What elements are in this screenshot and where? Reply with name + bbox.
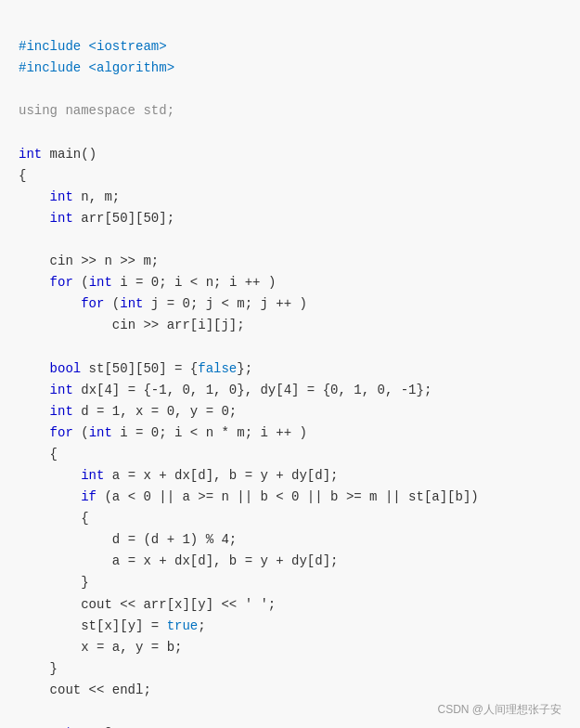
line-17-rest: dx[4] = {-1, 0, 1, 0}, dy[4] = {0, 1, 0,… — [73, 383, 432, 397]
line-22-indent — [19, 489, 81, 504]
line-13-rest: j = 0; j < m; j ++ ) — [143, 296, 306, 311]
line-12-indent — [19, 275, 50, 290]
line-21-indent — [19, 468, 81, 483]
line-22-rest: (a < 0 || a >= n || b < 0 || b >= m || s… — [97, 489, 479, 504]
line-28-semi: ; — [198, 618, 205, 633]
line-25: a = x + dx[d], b = y + dy[d]; — [112, 553, 339, 568]
line-13-int: int — [120, 296, 143, 311]
line-12-int: int — [89, 275, 112, 290]
line-12-lp: ( — [73, 275, 89, 290]
line-16-indent — [19, 361, 50, 376]
line-19-lp: ( — [73, 425, 89, 440]
line-11-indent — [19, 254, 50, 268]
line-24-indent — [19, 532, 112, 547]
line-13-for: for — [81, 296, 104, 311]
line-25-indent — [19, 553, 112, 568]
line-20: { — [50, 447, 58, 462]
line-19-rest: i = 0; i < n * m; i ++ ) — [112, 425, 307, 440]
line-26: } — [81, 575, 88, 590]
line-18-int: int — [50, 404, 73, 419]
footer-attribution: CSDN @人间理想张子安 — [437, 701, 561, 719]
line-13-lp: ( — [104, 296, 120, 311]
line-9-indent — [19, 211, 50, 226]
line-29-indent — [19, 640, 81, 655]
line-26-indent — [19, 575, 81, 590]
line-7: { — [19, 168, 26, 183]
line-28-pre: st[x][y] = — [81, 618, 166, 633]
code-display: #include <iostream> #include <algorithm>… — [19, 15, 561, 728]
line-2: #include <algorithm> — [19, 60, 174, 75]
line-16-bool: bool — [50, 361, 82, 376]
line-18-indent — [19, 404, 50, 419]
line-29: x = a, y = b; — [81, 640, 182, 655]
line-8-indent — [19, 189, 50, 204]
line-14: cin >> arr[i][j]; — [112, 318, 245, 332]
line-16-false: false — [198, 361, 237, 376]
line-13-indent — [19, 296, 81, 311]
line-14-indent — [19, 318, 112, 332]
line-22-if: if — [81, 489, 97, 504]
line-4: using namespace std; — [19, 103, 174, 118]
line-31: cout << endl; — [50, 682, 151, 697]
line-16-end: }; — [237, 361, 252, 376]
line-27: cout << arr[x][y] << ' '; — [81, 597, 276, 612]
line-30-indent — [19, 661, 50, 676]
line-23-indent — [19, 511, 81, 526]
line-21-rest: a = x + dx[d], b = y + dy[d]; — [104, 468, 338, 483]
line-8-rest: n, m; — [73, 189, 120, 204]
line-19-for: for — [50, 425, 73, 440]
line-12-rest: i = 0; i < n; i ++ ) — [112, 275, 276, 290]
line-9-kw: int — [50, 211, 73, 226]
line-8-kw: int — [50, 189, 73, 204]
line-1: #include <iostream> — [19, 39, 167, 54]
line-17-int1: int — [50, 383, 73, 397]
line-30: } — [50, 661, 58, 676]
line-19-int: int — [89, 425, 112, 440]
line-11: cin >> n >> m; — [50, 254, 160, 268]
line-28-true: true — [167, 618, 199, 633]
line-12-for: for — [50, 275, 73, 290]
line-16-mid: st[50][50] = { — [81, 361, 198, 376]
line-24: d = (d + 1) % 4; — [112, 532, 237, 547]
line-6-kw: int — [19, 147, 42, 162]
line-17-indent — [19, 383, 50, 397]
line-19-indent — [19, 425, 50, 440]
line-27-indent — [19, 597, 81, 612]
line-28-indent — [19, 618, 81, 633]
line-18-rest: d = 1, x = 0, y = 0; — [73, 404, 237, 419]
line-20-indent — [19, 447, 50, 462]
line-21-int: int — [81, 468, 104, 483]
line-6-rest: main() — [42, 147, 97, 162]
line-23: { — [81, 511, 88, 526]
line-9-rest: arr[50][50]; — [73, 211, 174, 226]
line-31-indent — [19, 682, 50, 697]
